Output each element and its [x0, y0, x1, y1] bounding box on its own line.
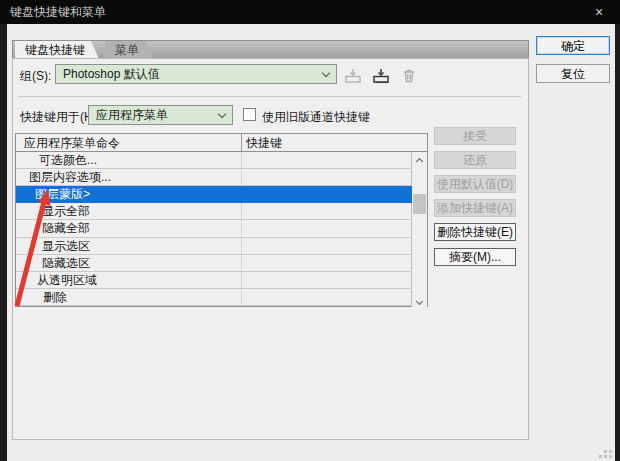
command-list: 可选颜色... 图层内容选项... 图层蒙版> 显示全部 隐藏全部 显示选区 隐… — [16, 152, 412, 306]
shortcuts-for-value: 应用程序菜单 — [96, 108, 168, 122]
separator-line — [18, 96, 521, 97]
add-shortcut-button[interactable]: 添加快捷键(A) — [434, 199, 516, 217]
scrollbar-thumb[interactable] — [413, 194, 426, 214]
group-label: 组(S): — [20, 68, 51, 85]
table-row[interactable]: 可选颜色... — [16, 152, 412, 169]
summary-button[interactable]: 摘要(M)... — [434, 248, 516, 266]
legacy-channel-label: 使用旧版通道快捷键 — [262, 109, 370, 126]
keyboard-shortcuts-dialog: 键盘快捷键和菜单 × 键盘快捷键 菜单 组(S): Photoshop 默认值 — [0, 0, 620, 461]
save-set-icon[interactable] — [344, 67, 364, 85]
shortcut-table: 应用程序菜单命令 快捷键 可选颜色... 图层内容选项... 图层蒙版> 显示全… — [15, 133, 428, 307]
column-divider — [241, 134, 242, 152]
tab-menus[interactable]: 菜单 — [105, 41, 154, 59]
legacy-channel-checkbox[interactable] — [243, 108, 256, 121]
reset-button[interactable]: 复位 — [536, 64, 610, 83]
table-row[interactable]: 图层内容选项... — [16, 169, 412, 186]
chevron-down-icon — [218, 110, 226, 118]
ok-button[interactable]: 确定 — [536, 36, 610, 55]
shortcuts-for-select[interactable]: 应用程序菜单 — [88, 105, 233, 125]
table-row[interactable]: 删除 — [16, 289, 412, 306]
delete-shortcut-button[interactable]: 删除快捷键(E) — [434, 223, 516, 241]
table-row[interactable]: 从透明区域 — [16, 272, 412, 289]
shortcut-set-value: Photoshop 默认值 — [63, 67, 160, 81]
shortcut-set-select[interactable]: Photoshop 默认值 — [55, 64, 337, 84]
chevron-down-icon — [322, 69, 330, 77]
scroll-down-icon[interactable] — [412, 292, 427, 307]
table-row-selected[interactable]: 图层蒙版> — [16, 186, 412, 203]
table-header: 应用程序菜单命令 快捷键 — [16, 134, 427, 152]
table-row[interactable]: 隐藏全部 — [16, 220, 412, 237]
undo-button[interactable]: 还原 — [434, 151, 516, 169]
shortcut-column-header: 快捷键 — [246, 134, 282, 152]
accept-button[interactable]: 接受 — [434, 127, 516, 145]
scroll-up-icon[interactable] — [412, 152, 427, 167]
table-row[interactable]: 隐藏选区 — [16, 255, 412, 272]
table-row[interactable]: 显示选区 — [16, 238, 412, 255]
dialog-titlebar: 键盘快捷键和菜单 × — [0, 0, 620, 24]
save-new-set-icon[interactable] — [372, 67, 392, 85]
dialog-title: 键盘快捷键和菜单 — [10, 0, 106, 24]
table-row[interactable]: 显示全部 — [16, 203, 412, 220]
vertical-scrollbar[interactable] — [411, 152, 427, 307]
tab-strip: 键盘快捷键 菜单 — [12, 40, 529, 58]
command-column-header: 应用程序菜单命令 — [24, 134, 120, 152]
use-default-button[interactable]: 使用默认值(D) — [434, 175, 516, 193]
window-frame-right — [615, 24, 620, 461]
resize-grip[interactable] — [604, 450, 607, 453]
delete-set-icon[interactable] — [401, 67, 421, 85]
tab-keyboard-shortcuts[interactable]: 键盘快捷键 — [15, 41, 99, 59]
close-button[interactable]: × — [584, 0, 614, 24]
window-frame-left — [0, 24, 7, 461]
